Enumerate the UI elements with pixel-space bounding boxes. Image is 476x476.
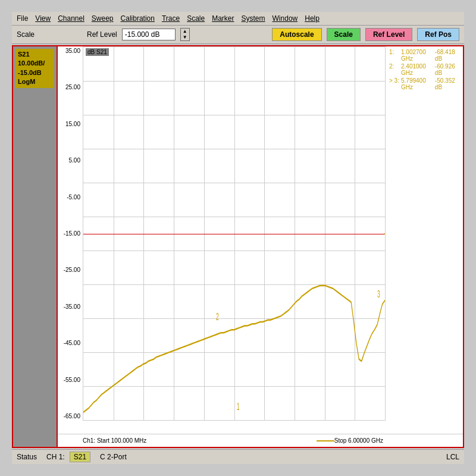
- marker-panel: 1: 1.002700 GHz -68.418 dB 2: 2.401000 G…: [387, 46, 463, 94]
- menu-sweep[interactable]: Sweep: [92, 14, 114, 23]
- y-label-4: -5.00: [67, 194, 80, 201]
- y-label-10: -65.00: [64, 413, 80, 419]
- menu-view[interactable]: View: [35, 14, 51, 23]
- svg-text:3: 3: [377, 289, 380, 300]
- autoscale-button[interactable]: Autoscale: [272, 28, 321, 41]
- chart-container: 35.00 25.00 15.00 5.00 -5.00 -15.00 -25.…: [58, 46, 463, 447]
- chart-start-label: Ch1: Start 100.000 MHz: [83, 437, 317, 444]
- menu-trace[interactable]: Trace: [162, 14, 180, 23]
- y-label-8: -45.00: [64, 340, 80, 346]
- status-ch: CH 1: S21 C 2-Port: [46, 452, 127, 462]
- y-label-3: 5.00: [69, 157, 80, 164]
- y-label-1: 25.00: [65, 84, 80, 90]
- marker-row-1: 1: 1.002700 GHz -68.418 dB: [389, 49, 461, 62]
- menu-channel[interactable]: Channel: [58, 14, 84, 23]
- marker-2-val: -60.926 dB: [435, 63, 461, 76]
- main-area: S21 10.00dB/ -15.0dB LogM 35.00 25.00 15…: [12, 45, 464, 448]
- chart-stop-label: Stop 6.00000 GHz: [334, 437, 461, 444]
- left-panel: S21 10.00dB/ -15.0dB LogM: [13, 46, 58, 447]
- ref-marker: [384, 230, 386, 237]
- svg-text:1: 1: [237, 402, 240, 413]
- grid-area: dB S21: [83, 46, 386, 421]
- marker-3-num: > 3:: [389, 77, 401, 90]
- marker-3-freq: 5.799400 GHz: [401, 77, 435, 90]
- ref-level-button[interactable]: Ref Level: [365, 28, 412, 41]
- scale-button[interactable]: Scale: [327, 28, 361, 41]
- menu-scale[interactable]: Scale: [187, 14, 205, 23]
- menu-system[interactable]: System: [242, 14, 265, 23]
- menu-help[interactable]: Help: [305, 14, 320, 23]
- menu-marker[interactable]: Marker: [212, 14, 234, 23]
- trace-box: S21 10.00dB/ -15.0dB LogM: [15, 49, 54, 88]
- ref-level-spinner[interactable]: ▲ ▼: [180, 28, 190, 41]
- marker-1-freq: 1.002700 GHz: [401, 49, 435, 62]
- menu-calibration[interactable]: Calibration: [121, 14, 155, 23]
- ref-pos-button[interactable]: Ref Pos: [417, 28, 459, 41]
- status-s21: S21: [70, 452, 90, 462]
- y-label-2: 15.00: [65, 121, 80, 127]
- legend-line: [317, 440, 334, 441]
- marker-1-num: 1:: [389, 49, 401, 62]
- status-lcl: LCL: [446, 453, 459, 461]
- y-axis: 35.00 25.00 15.00 5.00 -5.00 -15.00 -25.…: [58, 46, 83, 421]
- status-ch-label: CH 1:: [46, 453, 65, 461]
- menu-window[interactable]: Window: [273, 14, 298, 23]
- y-label-6: -25.00: [64, 267, 80, 273]
- spinner-down[interactable]: ▼: [181, 35, 189, 40]
- status-port: C 2-Port: [100, 453, 127, 461]
- ref-level-label: Ref Level: [87, 30, 117, 39]
- menu-file[interactable]: File: [17, 14, 28, 23]
- y-label-5: -15.00: [64, 230, 80, 237]
- marker-1-val: -68.418 dB: [435, 49, 461, 62]
- marker-2-num: 2:: [389, 63, 401, 76]
- y-label-9: -55.00: [64, 377, 80, 383]
- trace-ref: -15.0dB: [18, 68, 52, 77]
- toolbar: Scale Ref Level ▲ ▼ Autoscale Scale Ref …: [12, 26, 464, 44]
- marker-row-2: 2: 2.401000 GHz -60.926 dB: [389, 63, 461, 76]
- y-label-0: 35.00: [65, 48, 80, 54]
- scale-label: Scale: [17, 30, 35, 39]
- ref-line: [83, 234, 385, 234]
- marker-2-freq: 2.401000 GHz: [401, 63, 435, 76]
- chart-bottom: Ch1: Start 100.000 MHz Stop 6.00000 GHz: [58, 434, 463, 447]
- ref-level-input[interactable]: [122, 29, 176, 40]
- menu-bar: File View Channel Sweep Calibration Trac…: [12, 12, 464, 26]
- trace-scale: 10.00dB/: [18, 59, 52, 68]
- status-bar: Status CH 1: S21 C 2-Port LCL: [12, 449, 464, 464]
- trace-type: LogM: [18, 77, 52, 86]
- marker-3-val: -50.352 dB: [435, 77, 461, 90]
- status-label: Status: [17, 453, 37, 461]
- marker-row-3: > 3: 5.799400 GHz -50.352 dB: [389, 77, 461, 90]
- y-label-7: -35.00: [64, 303, 80, 310]
- chart-inner: 35.00 25.00 15.00 5.00 -5.00 -15.00 -25.…: [58, 46, 463, 434]
- spinner-up[interactable]: ▲: [181, 29, 189, 35]
- svg-text:2: 2: [216, 311, 219, 322]
- trace-name: S21: [18, 50, 52, 59]
- db-label: dB S21: [86, 48, 109, 56]
- chart-legend: [317, 440, 334, 441]
